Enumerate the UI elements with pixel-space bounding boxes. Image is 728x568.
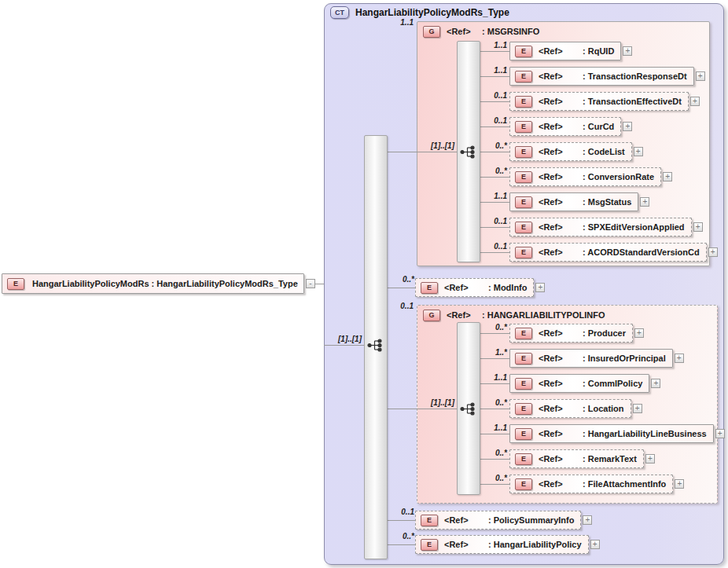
element-name-label: : TransactionEffectiveDt (583, 97, 682, 106)
connector-line (480, 51, 509, 52)
element-badge-icon: E (515, 96, 532, 108)
expand-toggle[interactable]: + (583, 515, 592, 525)
element-box-PolicySummaryInfo[interactable]: E<Ref>: PolicySummaryInfo (415, 511, 581, 530)
sequence-compositor-icon (367, 339, 384, 352)
element-box-SPXEditVersionApplied[interactable]: E<Ref>: SPXEditVersionApplied (509, 218, 692, 236)
element-name-label: : HangarLiabilityLineBusiness (583, 429, 707, 438)
expand-toggle[interactable]: + (535, 283, 545, 292)
connector-line (388, 520, 415, 521)
collapse-toggle[interactable]: - (306, 279, 315, 288)
element-ref-label: <Ref> (444, 515, 488, 525)
expand-toggle[interactable]: + (715, 429, 725, 438)
element-badge-icon: E (515, 146, 532, 158)
element-ref-label: <Ref> (539, 222, 583, 232)
element-box-InsuredOrPrincipal[interactable]: E<Ref>: InsuredOrPrincipal (509, 349, 673, 368)
element-box-Location[interactable]: E<Ref>: Location (509, 399, 631, 418)
expand-toggle[interactable]: + (708, 247, 718, 257)
expand-toggle[interactable]: + (651, 379, 660, 388)
element-box-HangarLiabilityPolicy[interactable]: E<Ref>: HangarLiabilityPolicy (415, 535, 589, 554)
cardinality-label: 1..1 (366, 18, 414, 27)
element-name-label: : MsgStatus (583, 197, 631, 207)
element-box-RemarkText[interactable]: E<Ref>: RemarkText (509, 449, 644, 468)
element-box-MsgStatus[interactable]: E<Ref>: MsgStatus (509, 192, 638, 211)
cardinality-label: 0..* (460, 323, 507, 332)
element-box-CommlPolicy[interactable]: E<Ref>: CommlPolicy (509, 374, 649, 393)
element-badge-icon: E (7, 278, 24, 290)
element-box-ConversionRate[interactable]: E<Ref>: ConversionRate (509, 167, 661, 186)
element-row: E<Ref>: ACORDStandardVersionCd+ (509, 243, 718, 262)
element-badge-icon: E (515, 171, 532, 183)
element-ref-label: <Ref> (539, 328, 583, 338)
element-box-TransactionEffectiveDt[interactable]: E<Ref>: TransactionEffectiveDt (509, 92, 689, 111)
expand-toggle[interactable]: + (623, 46, 632, 56)
element-ref-label: <Ref> (444, 540, 488, 549)
global-element-box[interactable]: E HangarLiabilityPolicyModRs : HangarLia… (2, 273, 304, 294)
group-badge-icon: G (423, 26, 440, 38)
cardinality-label: 0..1 (367, 508, 414, 516)
expand-toggle[interactable]: + (634, 328, 644, 338)
group-ref-label: <Ref> (447, 310, 482, 320)
expand-toggle[interactable]: + (675, 354, 684, 363)
expand-toggle[interactable]: + (634, 147, 643, 156)
element-name-label: : SPXEditVersionApplied (583, 222, 685, 232)
expand-toggle[interactable]: + (590, 540, 600, 549)
connector-line (388, 288, 415, 288)
group-name-label: : MSGRSINFO (482, 27, 539, 36)
element-row: E<Ref>: InsuredOrPrincipal+ (509, 349, 684, 368)
expand-toggle[interactable]: + (645, 454, 655, 464)
global-element-label: HangarLiabilityPolicyModRs : HangarLiabi… (32, 279, 298, 288)
element-ref-label: <Ref> (539, 479, 583, 489)
element-name-label: : RemarkText (583, 454, 637, 464)
element-box-CodeList[interactable]: E<Ref>: CodeList (509, 142, 632, 161)
element-box-TransactionResponseDt[interactable]: E<Ref>: TransactionResponseDt (509, 67, 694, 86)
element-box-CurCd[interactable]: E<Ref>: CurCd (509, 117, 621, 136)
element-box-ACORDStandardVersionCd[interactable]: E<Ref>: ACORDStandardVersionCd (509, 243, 707, 262)
element-name-label: : HangarLiabilityPolicy (488, 540, 582, 549)
element-box-ModInfo[interactable]: E<Ref>: ModInfo (415, 278, 534, 297)
element-row: E<Ref>: Location+ (509, 399, 642, 418)
expand-toggle[interactable]: + (623, 122, 632, 131)
cardinality-label: 0..* (460, 449, 507, 457)
complex-type-badge-icon: CT (330, 6, 349, 19)
element-box-Producer[interactable]: E<Ref>: Producer (509, 324, 633, 343)
cardinality-label: 1..1 (460, 41, 507, 49)
element-box-HangarLiabilityLineBusiness[interactable]: E<Ref>: HangarLiabilityLineBusiness (509, 424, 714, 443)
element-ref-label: <Ref> (444, 283, 488, 292)
expand-toggle[interactable]: + (633, 404, 642, 413)
element-ref-label: <Ref> (539, 122, 583, 131)
group-name-label: : HANGARLIABILITYPOLINFO (482, 310, 605, 320)
expand-toggle[interactable]: + (690, 97, 700, 106)
element-box-FileAttachmentInfo[interactable]: E<Ref>: FileAttachmentInfo (509, 475, 673, 493)
expand-toggle[interactable]: + (693, 222, 703, 232)
expand-toggle[interactable]: + (696, 71, 705, 81)
connector-line (480, 459, 509, 460)
connector-line (480, 252, 509, 253)
element-row: E<Ref>: HangarLiabilityPolicy+ (415, 535, 600, 554)
element-row: E<Ref>: CommlPolicy+ (509, 374, 660, 393)
element-ref-label: <Ref> (539, 197, 583, 207)
element-badge-icon: E (515, 453, 532, 465)
element-ref-label: <Ref> (539, 429, 583, 438)
expand-toggle[interactable]: + (663, 172, 672, 181)
cardinality-label: 1..1 (460, 192, 507, 200)
element-badge-icon: E (421, 539, 438, 551)
element-row: E<Ref>: PolicySummaryInfo+ (415, 511, 592, 530)
connector-line (480, 126, 509, 127)
expand-toggle[interactable]: + (675, 479, 684, 489)
expand-toggle[interactable]: + (640, 197, 649, 207)
element-name-label: : TransactionResponseDt (583, 71, 687, 81)
element-name-label: : Location (583, 404, 624, 413)
element-name-label: : ModInfo (488, 283, 527, 292)
cardinality-label: 1..1 (460, 66, 507, 75)
connector-line (480, 358, 509, 359)
element-row: E<Ref>: RemarkText+ (509, 449, 655, 468)
element-badge-icon: E (515, 46, 532, 57)
element-name-label: : RqUID (583, 46, 614, 56)
cardinality-label: 0..1 (460, 217, 507, 225)
group-header-HANGARLIABILITYPOLINFO: G<Ref>: HANGARLIABILITYPOLINFO (423, 310, 605, 321)
connector-line (480, 76, 509, 77)
element-box-RqUID[interactable]: E<Ref>: RqUID (509, 42, 621, 60)
element-ref-label: <Ref> (539, 71, 583, 81)
connector-line (480, 409, 509, 409)
connector-line (480, 333, 509, 334)
